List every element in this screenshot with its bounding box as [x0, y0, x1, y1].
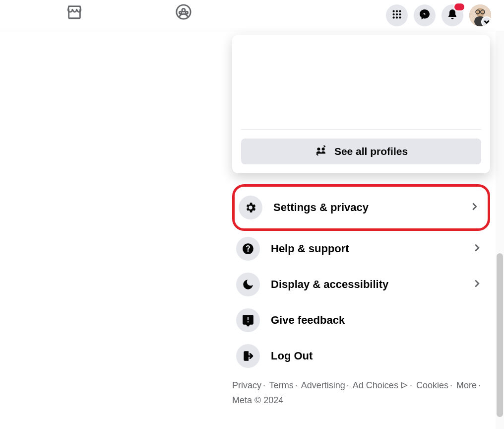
svg-point-20	[321, 147, 324, 150]
profile-preview-area	[241, 44, 481, 129]
footer-links: Privacy· Terms· Advertising· Ad Choices·…	[232, 379, 490, 408]
menu-item-log-out[interactable]: Log Out	[232, 338, 490, 374]
right-controls	[386, 0, 491, 31]
adchoices-icon	[400, 380, 408, 394]
center-nav	[64, 3, 193, 23]
footer-link-privacy[interactable]: Privacy	[232, 380, 261, 390]
account-avatar[interactable]	[469, 4, 491, 26]
gear-icon	[239, 196, 262, 219]
account-menu-panel: See all profiles Settings & privacy Help…	[232, 35, 490, 408]
svg-point-19	[317, 147, 320, 150]
chevron-right-icon	[469, 201, 480, 214]
footer-link-ad-choices[interactable]: Ad Choices	[353, 380, 408, 390]
marketplace-icon	[66, 3, 83, 22]
svg-point-10	[392, 16, 394, 18]
footer-link-ad-choices-label: Ad Choices	[353, 380, 398, 390]
svg-point-11	[396, 16, 398, 18]
footer-link-terms[interactable]: Terms	[269, 380, 294, 390]
svg-rect-23	[248, 321, 249, 322]
menu-item-settings-privacy[interactable]: Settings & privacy	[232, 184, 490, 231]
menu-item-give-feedback[interactable]: Give feedback	[232, 302, 490, 338]
logout-icon	[236, 344, 260, 368]
footer-link-more[interactable]: More	[456, 380, 477, 390]
svg-point-6	[399, 10, 401, 12]
scrollbar[interactable]	[496, 31, 504, 429]
svg-point-1	[182, 8, 185, 11]
chevron-down-icon	[481, 16, 491, 26]
moon-icon	[236, 273, 260, 296]
notification-badge	[453, 2, 465, 11]
menu-item-label: Help & support	[271, 242, 460, 255]
svg-rect-22	[248, 317, 249, 321]
menu-item-help-support[interactable]: Help & support	[232, 231, 490, 267]
footer-link-cookies[interactable]: Cookies	[416, 380, 448, 390]
see-all-profiles-label: See all profiles	[334, 145, 408, 157]
svg-point-3	[186, 11, 188, 14]
grid-icon	[391, 9, 402, 22]
people-switch-icon	[315, 145, 327, 158]
groups-icon	[175, 3, 192, 22]
svg-point-4	[392, 10, 394, 12]
menu-item-label: Log Out	[271, 350, 486, 362]
svg-point-5	[396, 10, 398, 12]
divider	[241, 129, 481, 130]
feedback-icon	[236, 308, 260, 332]
marketplace-tab[interactable]	[64, 3, 84, 23]
help-icon	[236, 237, 260, 261]
menu-item-label: Give feedback	[271, 314, 486, 327]
footer-copyright: Meta © 2024	[232, 395, 283, 405]
svg-marker-25	[402, 383, 407, 388]
menu-item-display-accessibility[interactable]: Display & accessibility	[232, 267, 490, 302]
footer-link-advertising[interactable]: Advertising	[301, 380, 345, 390]
menu-button[interactable]	[386, 4, 408, 26]
svg-point-7	[392, 13, 394, 15]
see-all-profiles-button[interactable]: See all profiles	[241, 139, 481, 164]
groups-tab[interactable]	[174, 3, 193, 23]
messenger-button[interactable]	[414, 4, 436, 26]
svg-point-2	[179, 11, 182, 14]
notifications-button[interactable]	[441, 4, 463, 26]
svg-point-12	[399, 16, 401, 18]
chevron-right-icon	[471, 242, 482, 255]
svg-point-9	[399, 13, 401, 15]
menu-item-label: Settings & privacy	[273, 201, 458, 214]
profile-card: See all profiles	[232, 35, 490, 173]
menu-item-label: Display & accessibility	[271, 278, 460, 291]
account-menu: Settings & privacy Help & support Disp	[232, 184, 490, 374]
svg-point-8	[396, 13, 398, 15]
top-bar	[0, 0, 504, 31]
scrollbar-thumb[interactable]	[497, 253, 503, 417]
page-root: See all profiles Settings & privacy Help…	[0, 0, 504, 429]
svg-point-14	[476, 8, 485, 17]
chevron-right-icon	[471, 278, 482, 291]
messenger-icon	[419, 8, 431, 22]
